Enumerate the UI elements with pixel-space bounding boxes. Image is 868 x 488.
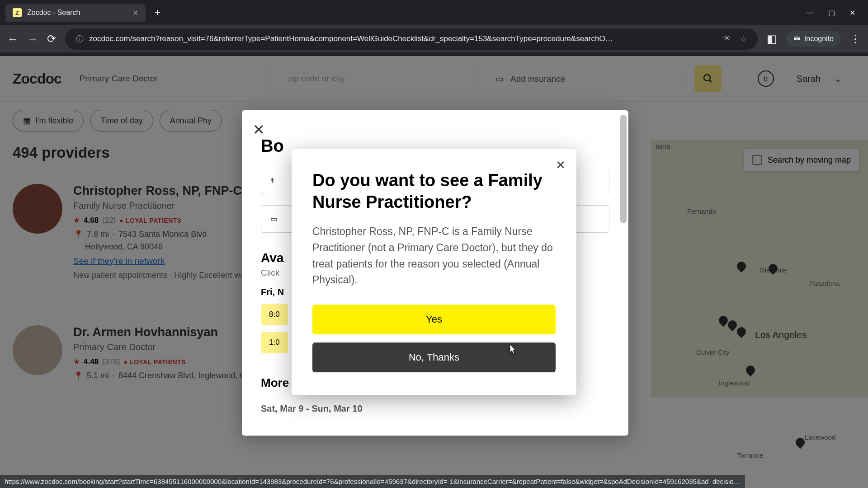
close-icon[interactable]: ✕ [556, 158, 566, 172]
window-controls: — ▢ ✕ [807, 9, 863, 17]
tab-favicon: Z [13, 8, 22, 17]
incognito-badge[interactable]: 🕶 Incognito [786, 31, 841, 47]
url-actions: 👁 ☆ [723, 34, 747, 44]
url-bar[interactable]: ⓘ zocdoc.com/search?reason_visit=76&refe… [65, 28, 758, 50]
url-text: zocdoc.com/search?reason_visit=76&referr… [89, 34, 718, 43]
incognito-label: Incognito [804, 35, 834, 43]
confirmation-dialog: ✕ Do you want to see a Family Nurse Prac… [292, 149, 576, 395]
no-thanks-button[interactable]: No, Thanks [312, 343, 556, 372]
minimize-icon[interactable]: — [807, 9, 814, 17]
tab-close-icon[interactable]: ✕ [132, 9, 138, 17]
nav-bar: ← → ⟳ ⓘ zocdoc.com/search?reason_visit=7… [0, 25, 868, 52]
browser-chrome: Z Zocdoc - Search ✕ + — ▢ ✕ ← → ⟳ ⓘ zocd… [0, 0, 868, 56]
dialog-body: Christopher Ross, NP, FNP-C is a Family … [312, 224, 556, 288]
status-bar: https://www.zocdoc.com/booking/start?sta… [0, 475, 745, 488]
tab-bar: Z Zocdoc - Search ✕ + — ▢ ✕ [0, 0, 868, 25]
side-panel-icon[interactable]: ◧ [767, 33, 777, 45]
tab-title: Zocdoc - Search [27, 9, 80, 17]
close-window-icon[interactable]: ✕ [849, 9, 855, 17]
new-tab-button[interactable]: + [149, 3, 166, 22]
back-button[interactable]: ← [7, 33, 18, 45]
maximize-icon[interactable]: ▢ [828, 9, 835, 17]
reload-button[interactable]: ⟳ [47, 33, 56, 45]
browser-tab[interactable]: Z Zocdoc - Search ✕ [5, 4, 146, 22]
dialog-title: Do you want to see a Family Nurse Practi… [312, 170, 556, 213]
incognito-icon: 🕶 [793, 35, 801, 43]
menu-icon[interactable]: ⋮ [850, 33, 861, 45]
inner-modal-overlay: ✕ Do you want to see a Family Nurse Prac… [0, 56, 868, 488]
yes-button[interactable]: Yes [312, 305, 556, 334]
forward-button: → [27, 33, 38, 45]
eye-off-icon[interactable]: 👁 [723, 34, 731, 43]
site-info-icon[interactable]: ⓘ [76, 34, 84, 44]
bookmark-icon[interactable]: ☆ [740, 34, 747, 44]
page-content: Zocdoc Primary Care Doctor zip code or c… [0, 56, 868, 488]
